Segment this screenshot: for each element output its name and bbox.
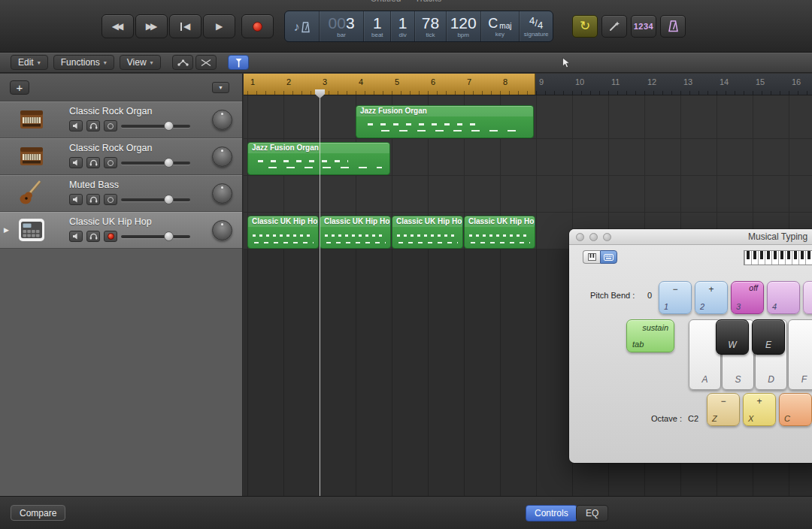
piano-keyboard-view-button[interactable] — [583, 250, 600, 264]
pan-knob[interactable] — [212, 110, 232, 130]
region-classic-uk-hip-hop-4[interactable]: Classic UK Hip Hop — [464, 216, 535, 249]
solo-button[interactable] — [86, 157, 100, 168]
minimize-button[interactable] — [589, 233, 598, 241]
pan-knob[interactable] — [212, 147, 232, 167]
ruler-bar-number[interactable]: 5 — [395, 77, 399, 86]
ruler-bar-number[interactable]: 1 — [250, 77, 255, 86]
ruler-bar-number[interactable]: 13 — [683, 77, 692, 86]
track-header-2[interactable]: Classic Rock Organ — [0, 138, 242, 175]
track-header-3[interactable]: Muted Bass — [0, 175, 242, 212]
add-track-button[interactable]: + — [10, 80, 29, 95]
bar-ruler[interactable]: 1 2 3 4 5 6 7 8 9 10 11 12 13 14 15 16 — [244, 74, 812, 95]
lane-track-3[interactable] — [244, 176, 812, 213]
key-c-velocity[interactable]: C — [779, 393, 812, 426]
volume-slider[interactable] — [121, 120, 190, 131]
track-name[interactable]: Classic Rock Organ — [69, 143, 152, 153]
play-button[interactable]: ▶ — [203, 14, 235, 38]
mute-button[interactable] — [69, 194, 83, 205]
track-header-4[interactable]: ▶ Classic UK Hip Hop — [0, 212, 242, 249]
lcd-bpm-section[interactable]: 120 bpm — [447, 11, 481, 41]
region-jazz-fusion-organ-1[interactable]: Jazz Fusion Organ — [356, 105, 534, 138]
octave-range-piano[interactable] — [744, 250, 812, 265]
volume-slider-thumb[interactable] — [164, 158, 174, 168]
region-classic-uk-hip-hop-1[interactable]: Classic UK Hip Hop — [247, 216, 319, 249]
ruler-bar-number[interactable]: 9 — [539, 77, 544, 86]
cycle-button[interactable]: ↻ — [572, 15, 598, 38]
key-5-modulation[interactable] — [803, 281, 812, 314]
key-1-pitch-bend-down[interactable]: − 1 — [659, 281, 692, 314]
record-enable-button[interactable] — [104, 120, 117, 131]
functions-menu[interactable]: Functions▾ — [53, 55, 114, 70]
track-name[interactable]: Classic UK Hip Hop — [69, 216, 152, 227]
volume-slider[interactable] — [121, 157, 190, 168]
region-jazz-fusion-organ-2[interactable]: Jazz Fusion Organ — [247, 142, 390, 175]
close-button[interactable] — [576, 233, 584, 241]
ruler-bar-number[interactable]: 7 — [467, 77, 471, 86]
metronome-button[interactable] — [660, 15, 686, 38]
lcd-beat-section[interactable]: 1 beat — [364, 11, 391, 41]
lcd-tick-section[interactable]: 78 tick — [415, 11, 447, 41]
lcd-mode-section[interactable]: ♪ — [285, 11, 320, 41]
ruler-bar-number[interactable]: 8 — [503, 77, 508, 86]
automation-curves-button[interactable] — [172, 55, 193, 70]
volume-slider-thumb[interactable] — [164, 195, 174, 204]
count-in-button[interactable]: 1234 — [631, 15, 656, 38]
volume-slider[interactable] — [121, 194, 190, 205]
volume-slider-thumb[interactable] — [164, 121, 174, 131]
lcd-signature-section[interactable]: 4/4 signature — [520, 11, 553, 41]
view-menu[interactable]: View▾ — [120, 55, 161, 70]
ruler-bar-number[interactable]: 10 — [575, 77, 584, 86]
track-disclosure-icon[interactable]: ▶ — [4, 226, 9, 234]
zoom-button[interactable] — [603, 233, 611, 241]
fast-forward-button[interactable]: ▶▶ — [135, 14, 168, 38]
ruler-bar-number[interactable]: 6 — [431, 77, 435, 86]
mute-button[interactable] — [69, 157, 83, 168]
ruler-bar-number[interactable]: 2 — [286, 77, 291, 86]
tuner-wand-button[interactable] — [601, 15, 627, 38]
ruler-bar-number[interactable]: 4 — [359, 77, 363, 86]
go-to-beginning-button[interactable]: ◀ — [169, 14, 201, 38]
record-button[interactable] — [241, 14, 274, 38]
ruler-bar-number[interactable]: 3 — [323, 77, 327, 86]
ruler-bar-number[interactable]: 12 — [647, 77, 656, 86]
ruler-bar-number[interactable]: 11 — [611, 77, 620, 86]
pointer-tool-button[interactable] — [554, 55, 577, 70]
record-enable-button[interactable] — [104, 231, 117, 242]
track-header-1[interactable]: Classic Rock Organ — [0, 101, 242, 138]
mute-button[interactable] — [69, 120, 83, 131]
rewind-button[interactable]: ◀◀ — [102, 14, 134, 38]
catch-playhead-button[interactable] — [228, 55, 249, 70]
record-enable-button[interactable] — [104, 157, 117, 168]
lcd-key-section[interactable]: Cmaj key — [481, 11, 520, 41]
region-classic-uk-hip-hop-2[interactable]: Classic UK Hip Hop — [320, 216, 391, 249]
solo-button[interactable] — [86, 194, 100, 205]
lcd-display[interactable]: ♪ 003 bar 1 beat 1 div 78 tick 120 bpm — [284, 11, 553, 42]
crossfade-button[interactable] — [195, 55, 217, 70]
mute-button[interactable] — [69, 231, 83, 242]
ruler-bar-number[interactable]: 16 — [792, 77, 801, 86]
sustain-tab-key[interactable]: sustain tab — [626, 319, 674, 352]
compare-button[interactable]: Compare — [11, 505, 65, 521]
key-4-modulation[interactable]: 4 — [767, 281, 800, 314]
lcd-div-section[interactable]: 1 div — [391, 11, 415, 41]
solo-button[interactable] — [86, 231, 100, 242]
musical-typing-titlebar[interactable]: Musical Typing — [569, 229, 812, 245]
key-e-black-note[interactable]: E — [752, 319, 785, 355]
track-name[interactable]: Classic Rock Organ — [69, 106, 152, 116]
eq-tab[interactable]: EQ — [576, 505, 608, 521]
lcd-bar-section[interactable]: 003 bar — [320, 11, 365, 41]
controls-tab[interactable]: Controls — [526, 505, 577, 521]
pan-knob[interactable] — [212, 183, 232, 204]
key-z-octave-down[interactable]: − Z — [707, 393, 740, 426]
solo-button[interactable] — [86, 120, 100, 131]
key-2-pitch-bend-up[interactable]: + 2 — [695, 281, 728, 314]
volume-slider[interactable] — [121, 231, 190, 242]
edit-menu[interactable]: Edit▾ — [11, 55, 48, 70]
region-classic-uk-hip-hop-3[interactable]: Classic UK Hip Hop — [392, 216, 463, 249]
track-name[interactable]: Muted Bass — [69, 180, 119, 190]
ruler-bar-number[interactable]: 14 — [720, 77, 729, 86]
record-enable-button[interactable] — [104, 194, 117, 205]
key-f-white-note[interactable]: F — [788, 319, 812, 390]
key-x-octave-up[interactable]: + X — [743, 393, 776, 426]
volume-slider-thumb[interactable] — [164, 231, 174, 241]
